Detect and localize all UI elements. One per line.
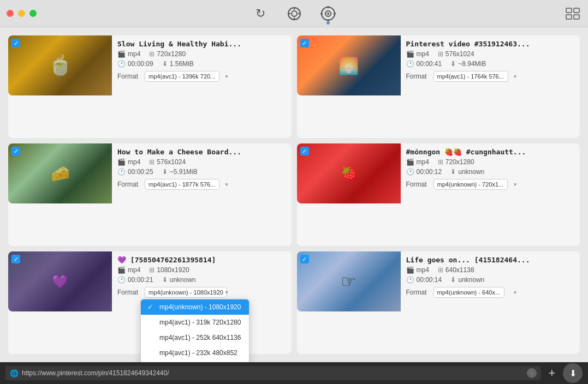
res-icon-1: ⊞ bbox=[149, 50, 155, 58]
format-label-2: Format bbox=[406, 73, 429, 80]
clock-icon-1: 🕐 bbox=[117, 60, 126, 68]
svg-rect-13 bbox=[566, 8, 572, 13]
meta-res-6: ⊞ 640x1138 bbox=[438, 266, 474, 274]
svg-rect-14 bbox=[574, 8, 579, 13]
meta-row-1a: 🎬 mp4 ⊞ 720x1280 bbox=[117, 50, 286, 58]
refresh-icon[interactable]: ↻ bbox=[252, 5, 269, 22]
svg-point-9 bbox=[327, 6, 329, 8]
meta-codec-1: 🎬 mp4 bbox=[117, 50, 140, 58]
dropdown-item-label-1: mp4(avc1) - 319k 720x1280 bbox=[159, 319, 241, 326]
svg-point-1 bbox=[292, 11, 297, 16]
meta-res-4: ⊞ 720x1280 bbox=[438, 158, 474, 166]
svg-point-12 bbox=[334, 13, 336, 15]
meta-codec-4: 🎬 mp4 bbox=[406, 158, 429, 166]
format-row-2: Format mp4(avc1) - 1764k 576... bbox=[406, 71, 575, 82]
meta-res-1: ⊞ 720x1280 bbox=[149, 50, 186, 58]
video-info-1: Slow Living & Healthy Habi... 🎬 mp4 ⊞ 72… bbox=[112, 35, 292, 138]
video-info-3: How to Make a Cheese Board... 🎬 mp4 ⊞ 57… bbox=[112, 143, 292, 246]
thumbnail-6: ✓ ☞ bbox=[297, 251, 401, 311]
video-title-6: Life goes on... [415182464... bbox=[406, 256, 575, 264]
video-title-1: Slow Living & Healthy Habi... bbox=[117, 40, 286, 48]
meta-row-5a: 🎬 mp4 ⊞ 1080x1920 bbox=[117, 266, 286, 274]
dl-icon-1: ⬇ bbox=[162, 60, 168, 68]
media-icon[interactable] bbox=[319, 5, 337, 22]
thumbnail-4: ✓ 🍓 bbox=[297, 143, 401, 203]
meta-row-4b: 🕐 00:00:12 ⬇ unknown bbox=[406, 168, 575, 176]
meta-size-2: ⬇ ~8.94MiB bbox=[450, 60, 486, 68]
titlebar-right bbox=[564, 5, 581, 22]
url-bar: 🌐 https://www.pinterest.com/pin/41518246… bbox=[5, 366, 541, 380]
format-label-6: Format bbox=[406, 289, 429, 296]
dropdown-item-label-3: mp4(avc1) - 232k 480x852 bbox=[159, 349, 237, 357]
video-card-1: ✓ 🍵 Slow Living & Healthy Habi... 🎬 mp4 … bbox=[8, 35, 292, 138]
dropdown-item-2[interactable]: mp4(avc1) - 252k 640x1136 bbox=[141, 330, 249, 345]
video-info-2: Pinterest video #351912463... 🎬 mp4 ⊞ 57… bbox=[401, 35, 580, 138]
dropdown-item-1[interactable]: mp4(avc1) - 319k 720x1280 bbox=[141, 315, 249, 330]
checkbox-6[interactable]: ✓ bbox=[300, 255, 309, 263]
meta-codec-2: 🎬 mp4 bbox=[406, 50, 429, 58]
video-card-2: ✓ 🌅 Pinterest video #351912463... 🎬 mp4 … bbox=[297, 35, 580, 138]
checkmark-icon: ✓ bbox=[147, 303, 155, 311]
dropdown-item-4[interactable]: mp4(avc1) - 194k 360x640 bbox=[141, 361, 249, 362]
meta-size-6: ⬇ unknown bbox=[450, 276, 484, 284]
minimize-button[interactable] bbox=[18, 10, 25, 17]
titlebar: ↻ bbox=[0, 0, 588, 27]
url-add-button[interactable]: + bbox=[545, 367, 559, 380]
format-row-1: Format mp4(avc1) - 1396k 720... bbox=[117, 71, 286, 82]
svg-point-10 bbox=[327, 19, 329, 21]
thumbnail-1: ✓ 🍵 bbox=[8, 35, 112, 95]
svg-rect-15 bbox=[566, 15, 572, 19]
settings-icon[interactable] bbox=[286, 5, 303, 22]
nav-icons: ↻ bbox=[252, 5, 337, 22]
close-button[interactable] bbox=[7, 10, 14, 17]
format-label-3: Format bbox=[117, 181, 140, 188]
thumbnail-5: ✓ 💜 bbox=[8, 251, 112, 311]
format-label-5: Format bbox=[117, 289, 140, 296]
download-button[interactable]: ⬇ bbox=[563, 363, 583, 383]
format-select-wrapper-6: mp4(unknown) - 640x... bbox=[433, 287, 521, 298]
meta-row-2a: 🎬 mp4 ⊞ 576x1024 bbox=[406, 50, 575, 58]
format-select-6[interactable]: mp4(unknown) - 640x... bbox=[433, 287, 504, 298]
format-select-2[interactable]: mp4(avc1) - 1764k 576... bbox=[433, 71, 508, 82]
url-globe-icon: 🌐 bbox=[10, 369, 19, 377]
format-row-3: Format mp4(avc1) - 1877k 576... bbox=[117, 179, 286, 190]
video-card-5: ✓ 💜 💜 [758504762261395814] 🎬 mp4 ⊞ 1080x… bbox=[8, 251, 292, 354]
meta-row-1b: 🕐 00:00:09 ⬇ 1.56MiB bbox=[117, 60, 286, 68]
main-content: ✓ 🍵 Slow Living & Healthy Habi... 🎬 mp4 … bbox=[0, 27, 588, 362]
meta-dur-5: 🕐 00:00:21 bbox=[117, 276, 153, 284]
meta-size-3: ⬇ ~5.91MiB bbox=[162, 168, 198, 176]
video-title-5: 💜 [758504762261395814] bbox=[117, 256, 286, 264]
meta-row-2b: 🕐 00:00:41 ⬇ ~8.94MiB bbox=[406, 60, 575, 68]
bottom-bar: 🌐 https://www.pinterest.com/pin/41518246… bbox=[0, 362, 588, 384]
video-card-4: ✓ 🍓 #mónngon 🍓🍓 #cungnhautt... 🎬 mp4 ⊞ 7… bbox=[297, 143, 580, 246]
format-label-1: Format bbox=[117, 73, 140, 80]
meta-dur-2: 🕐 00:00:41 bbox=[406, 60, 442, 68]
meta-dur-3: 🕐 00:00:25 bbox=[117, 168, 153, 176]
url-clear-button[interactable]: × bbox=[527, 368, 537, 378]
dropdown-item-label-0: mp4(unknown) - 1080x1920 bbox=[159, 303, 241, 311]
format-select-wrapper-1: mp4(avc1) - 1396k 720... bbox=[145, 71, 232, 82]
dropdown-item-0[interactable]: ✓ mp4(unknown) - 1080x1920 bbox=[141, 299, 249, 315]
meta-row-6a: 🎬 mp4 ⊞ 640x1138 bbox=[406, 266, 575, 274]
svg-rect-16 bbox=[574, 15, 579, 19]
format-label-4: Format bbox=[406, 181, 429, 188]
meta-codec-5: 🎬 mp4 bbox=[117, 266, 140, 274]
format-select-4[interactable]: mp4(unknown) - 720x1... bbox=[433, 179, 508, 190]
format-row-6: Format mp4(unknown) - 640x... bbox=[406, 287, 575, 298]
meta-row-3b: 🕐 00:00:25 ⬇ ~5.91MiB bbox=[117, 168, 286, 176]
thumbnail-2: ✓ 🌅 bbox=[297, 35, 401, 95]
meta-row-5b: 🕐 00:00:21 ⬇ unknown bbox=[117, 276, 286, 284]
window-controls bbox=[7, 10, 37, 17]
format-select-5[interactable]: mp4(unknown) - 1080x1920 bbox=[145, 287, 227, 298]
format-select-wrapper-4: mp4(unknown) - 720x1... bbox=[433, 179, 521, 190]
format-select-wrapper-3: mp4(avc1) - 1877k 576... bbox=[145, 179, 232, 190]
format-select-3[interactable]: mp4(avc1) - 1877k 576... bbox=[145, 179, 219, 190]
meta-size-4: ⬇ unknown bbox=[450, 168, 484, 176]
meta-size-5: ⬇ unknown bbox=[162, 276, 196, 284]
maximize-button[interactable] bbox=[29, 10, 37, 17]
dropdown-item-3[interactable]: mp4(avc1) - 232k 480x852 bbox=[141, 345, 249, 361]
meta-row-4a: 🎬 mp4 ⊞ 720x1280 bbox=[406, 158, 575, 166]
video-card-3: ✓ 🧀 How to Make a Cheese Board... 🎬 mp4 … bbox=[8, 143, 292, 246]
format-select-1[interactable]: mp4(avc1) - 1396k 720... bbox=[145, 71, 219, 82]
grid-icon[interactable] bbox=[564, 5, 581, 22]
